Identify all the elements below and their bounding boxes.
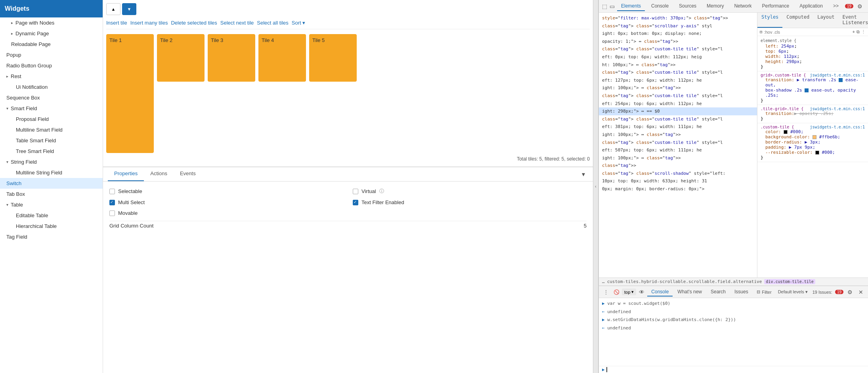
devtools-tab-sources[interactable]: Sources (675, 2, 700, 11)
elements-line-3[interactable]: opacity: 1;"> ↔ class="tag">> (599, 38, 757, 46)
devtools-tab-application[interactable]: Application (795, 2, 827, 11)
sidebar-item-dynamic-page[interactable]: Dynamic Page (0, 28, 103, 39)
movable-checkbox[interactable] (109, 210, 115, 216)
console-arrow-1[interactable]: ▶ (602, 301, 605, 306)
virtual-checkbox[interactable] (353, 189, 358, 194)
styles-tab-styles[interactable]: Styles (757, 13, 782, 28)
styles-filter-input[interactable] (764, 30, 851, 34)
tile-5[interactable]: Tile 5 (309, 34, 357, 82)
sidebar-item-radio-button-group[interactable]: Radio Button Group (0, 60, 103, 71)
sidebar-item-switch[interactable]: Switch (0, 178, 103, 189)
breadcrumb-custom-tiles[interactable]: custom-tiles.hybrid-scrollable.scrollabl… (607, 279, 762, 284)
sidebar-item-ui-notification[interactable]: Ui Notification (0, 82, 103, 92)
tab-actions[interactable]: Actions (144, 167, 174, 181)
elements-line-10[interactable]: class="tag"> class="custom-tile tile" st… (599, 92, 757, 100)
sidebar-item-multiline-smart-field[interactable]: Multiline Smart Field (0, 124, 103, 135)
tab-properties[interactable]: Properties (108, 167, 144, 181)
tile-2[interactable]: Tile 2 (157, 34, 205, 82)
elements-line-17[interactable]: eft: 507px; top: 6px; width: 111px; he (599, 146, 757, 154)
elements-line-9[interactable]: ight: 100px;"> ↔ class="tag">> (599, 84, 757, 92)
elements-line-11[interactable]: eft: 254px; top: 6px; width: 112px; he (599, 100, 757, 108)
devtools-tab-network[interactable]: Network (730, 2, 755, 11)
tile-3[interactable]: Tile 3 (208, 34, 255, 82)
nav-down-button[interactable]: ▼ (122, 3, 136, 15)
console-clear-icon[interactable]: 🚫 (612, 287, 621, 297)
elements-line-14[interactable]: eft: 381px; top: 6px; width: 111px; he (599, 123, 757, 131)
tile-4[interactable]: Tile 4 (258, 34, 306, 82)
styles-tab-event-listeners[interactable]: Event Listeners (839, 13, 868, 28)
elements-line-5[interactable]: eft: 0px; top: 6px; width: 112px; heig (599, 53, 757, 61)
sidebar-item-table[interactable]: Table (0, 199, 103, 210)
elements-line-21[interactable]: 10px; top: 0px; width: 633px; height: 31 (599, 177, 757, 185)
elements-line-13[interactable]: class="tag"> class="custom-tile tile" st… (599, 115, 757, 123)
expand-icon[interactable]: ▾ (579, 167, 588, 181)
sidebar-item-tag-field[interactable]: Tag Field (0, 231, 103, 242)
tile-1[interactable]: Tile 1 (106, 34, 154, 153)
styles-tab-computed[interactable]: Computed (782, 13, 813, 28)
elements-line-19[interactable]: class="tag">> (599, 162, 757, 170)
device-icon[interactable]: ▭ (610, 2, 615, 11)
elements-line-0[interactable]: style="filter: max-width: 370px;"> class… (599, 14, 757, 22)
select-all-tiles-link[interactable]: Select all tiles (257, 20, 288, 26)
console-eye-icon[interactable]: 👁 (637, 287, 646, 297)
elements-line-4[interactable]: class="tag"> class="custom-tile tile" st… (599, 45, 757, 53)
sidebar-item-smart-field[interactable]: Smart Field (0, 103, 103, 114)
sidebar-item-multiline-string-field[interactable]: Multiline String Field (0, 167, 103, 178)
elements-line-16[interactable]: class="tag"> class="custom-tile tile" st… (599, 139, 757, 147)
default-levels-select[interactable]: Default levels ▾ (778, 289, 808, 295)
collapse-handle[interactable]: ‹ (593, 0, 598, 373)
elements-line-6[interactable]: ht: 100px;"> ↔ class="tag">> (599, 61, 757, 69)
console-settings-icon[interactable]: ⚙ (845, 287, 855, 297)
elements-line-8[interactable]: eft: 127px; top: 6px; width: 112px; he (599, 77, 757, 84)
sort-button[interactable]: Sort ▾ (292, 20, 305, 26)
selected-element-pill[interactable]: div.custom-tile.tile (764, 279, 815, 284)
devtools-tab-more[interactable]: >> (829, 2, 843, 11)
sidebar-item-tree-smart-field[interactable]: Tree Smart Field (0, 146, 103, 157)
console-tab-whats-new[interactable]: What's new (673, 288, 706, 296)
console-arrow-2[interactable]: ▶ (602, 317, 605, 322)
console-menu-icon[interactable]: ⋮ (601, 287, 611, 297)
tab-events[interactable]: Events (174, 167, 202, 181)
elements-line-22[interactable]: 0px; margin: 0px; border-radius: 0px;"> (599, 185, 757, 193)
settings-icon[interactable]: ⚙ (855, 2, 864, 11)
devtools-tab-console[interactable]: Console (647, 2, 673, 11)
devtools-tab-memory[interactable]: Memory (703, 2, 728, 11)
sidebar-item-hierarchical-table[interactable]: Hierarchical Table (0, 221, 103, 231)
sidebar-item-table-smart-field[interactable]: Table Smart Field (0, 135, 103, 146)
sidebar-item-tab-box[interactable]: Tab Box (0, 189, 103, 199)
console-top-selector[interactable]: top ▾ (622, 289, 636, 295)
devtools-tab-performance[interactable]: Performance (758, 2, 793, 11)
sidebar-item-editable-table[interactable]: Editable Table (0, 210, 103, 221)
virtual-info-icon[interactable]: ⓘ (379, 188, 384, 195)
elements-line-7[interactable]: class="tag"> class="custom-tile tile" st… (599, 69, 757, 77)
styles-tab-layout[interactable]: Layout (813, 13, 838, 28)
console-close-icon[interactable]: ✕ (856, 287, 866, 297)
sidebar-item-reloadable-page[interactable]: Reloadable Page (0, 39, 103, 50)
sidebar-item-popup[interactable]: Popup (0, 50, 103, 60)
inspect-icon[interactable]: ⬚ (602, 2, 607, 11)
sidebar-item-proposal-field[interactable]: Proposal Field (0, 114, 103, 124)
sidebar-item-rest[interactable]: Rest (0, 71, 103, 82)
console-tab-console[interactable]: Console (647, 288, 673, 296)
select-next-tile-link[interactable]: Select next tile (220, 20, 254, 26)
insert-tile-link[interactable]: Insert tile (106, 20, 127, 26)
elements-line-1[interactable]: class="tag"> class="scrollbar y-axis" st… (599, 22, 757, 30)
sidebar-item-page-with-nodes[interactable]: Page with Nodes (0, 17, 103, 28)
text-filter-enabled-checkbox[interactable] (353, 200, 358, 205)
elements-line-20[interactable]: class="tag"> class="scroll-shadow" style… (599, 170, 757, 178)
add-style-icon[interactable]: + (852, 29, 855, 34)
elements-line-2[interactable]: ight: 0px; bottom: 0px; display: none; (599, 30, 757, 38)
multi-select-checkbox[interactable] (109, 200, 115, 205)
insert-many-tiles-link[interactable]: Insert many tiles (130, 20, 168, 26)
devtools-tab-elements[interactable]: Elements (617, 2, 645, 11)
console-tab-issues[interactable]: Issues (730, 288, 752, 296)
copy-style-icon[interactable]: ⧉ (857, 29, 860, 34)
more-icon[interactable]: ⋮ (866, 2, 868, 11)
more-style-icon[interactable]: ⋮ (861, 29, 866, 34)
sidebar-item-sequence-box[interactable]: Sequence Box (0, 92, 103, 103)
nav-up-button[interactable]: ▲ (106, 3, 120, 15)
elements-line-12[interactable]: ight: 298px;"> ↔ == $0 (599, 107, 757, 115)
delete-selected-tiles-link[interactable]: Delete selected tiles (171, 20, 217, 26)
elements-line-15[interactable]: ight: 100px;"> ↔ class="tag">> (599, 131, 757, 139)
sidebar-item-string-field[interactable]: String Field (0, 157, 103, 167)
